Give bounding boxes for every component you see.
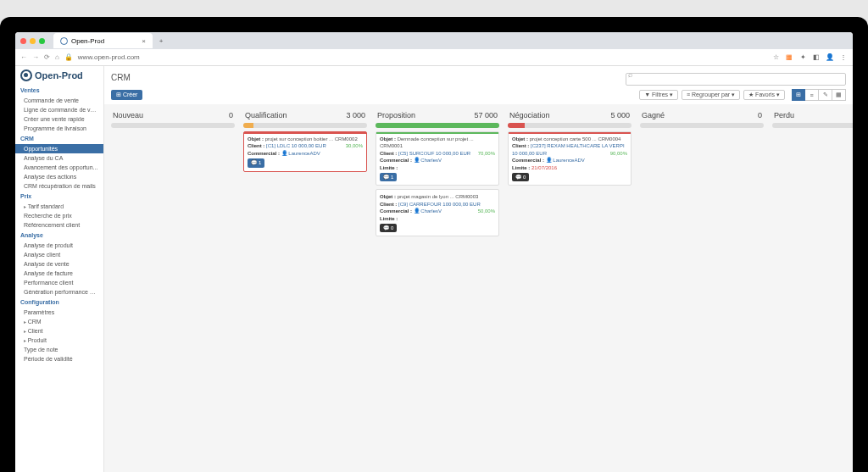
logo-icon (20, 69, 32, 81)
sidebar-item[interactable]: Analyse de vente (15, 259, 103, 269)
sidebar-item[interactable]: Tarif standard (15, 202, 103, 211)
opportunity-card[interactable]: Objet : projet magasin de lyon ... CRM00… (376, 189, 499, 236)
reload-icon[interactable]: ⟳ (44, 53, 50, 61)
screen: Open-Prod × + ← → ⟳ ⌂ 🔒 www.open-prod.co… (15, 32, 853, 472)
card-list: Objet : projet conception carte 500 ... … (504, 131, 635, 186)
column-title: Négociation (509, 111, 550, 119)
logo[interactable]: Open-Prod (15, 66, 103, 85)
tab-title: Open-Prod (71, 37, 104, 45)
kanban-column: Nouveau0 (108, 108, 238, 470)
ext-icon-2[interactable]: ◧ (812, 53, 821, 62)
star-icon[interactable]: ☆ (771, 53, 780, 62)
column-title: Nouveau (113, 111, 143, 119)
column-header: Qualification3 000 (240, 108, 370, 123)
opportunity-card[interactable]: Objet : Demnade conception sur projet ..… (376, 131, 499, 186)
column-progress-bar (243, 123, 367, 128)
favicon-icon (60, 37, 68, 45)
browser-tab[interactable]: Open-Prod × (53, 33, 153, 48)
comment-badge[interactable]: 0 (512, 173, 529, 181)
comment-badge[interactable]: 0 (380, 224, 397, 232)
sidebar-header: Configuration (15, 297, 103, 308)
kanban-column: Qualification3 000Objet : projet sur con… (240, 108, 370, 470)
column-header: Proposition57 000 (372, 108, 503, 123)
column-header: Négociation5 000 (504, 108, 635, 123)
sidebar-item[interactable]: Créer une vente rapide (15, 114, 103, 124)
menu-icon[interactable]: ⋮ (839, 53, 848, 62)
comment-badge[interactable]: 1 (248, 158, 264, 167)
sidebar-item[interactable]: Produit (15, 336, 103, 345)
kanban-column: Négociation5 000Objet : projet conceptio… (504, 108, 635, 470)
puzzle-icon[interactable]: ✦ (798, 53, 807, 62)
create-button[interactable]: ⊞ Créer (111, 90, 142, 100)
kanban-view-button[interactable]: ⊞ (792, 89, 805, 101)
extensions: ☆ ▦ ✦ ◧ 👤 ⋮ (771, 53, 848, 62)
url-text[interactable]: www.open-prod.com (78, 53, 140, 61)
sidebar-item[interactable]: Commande de vente (15, 96, 103, 105)
column-title: Gagné (642, 111, 665, 119)
form-view-button[interactable]: ✎ (819, 89, 832, 101)
filters-button[interactable]: ▼ Filtres ▾ (639, 90, 678, 100)
sidebar-item[interactable]: Paramètres (15, 308, 103, 317)
new-tab-icon[interactable]: + (159, 37, 164, 45)
sidebar-item[interactable]: Programme de livraison (15, 124, 103, 133)
sidebar-header: CRM (15, 133, 103, 144)
column-progress-bar (376, 123, 499, 128)
search-box (626, 69, 846, 86)
sidebar-item[interactable]: Recherche de prix (15, 211, 103, 220)
sidebar-item[interactable]: Analyse des actions (15, 172, 103, 181)
address-bar: ← → ⟳ ⌂ 🔒 www.open-prod.com ☆ ▦ ✦ ◧ 👤 ⋮ (15, 49, 853, 66)
column-progress-bar (508, 123, 632, 128)
sidebar-item[interactable]: Génération performance cl... (15, 287, 103, 297)
column-total: 0 (229, 111, 233, 119)
kanban-column: Perdu0 (769, 108, 853, 470)
back-icon[interactable]: ← (20, 53, 27, 61)
lock-icon: 🔒 (64, 53, 73, 61)
page-title: CRM (111, 73, 131, 82)
sidebar-item[interactable]: Avancement des opportun... (15, 163, 103, 172)
sidebar-header: Ventes (15, 85, 103, 96)
topbar: CRM ⊞ Créer ▼ Filtres ▾ ≡ Regrouper par … (104, 66, 853, 104)
home-icon[interactable]: ⌂ (55, 53, 59, 61)
column-progress-bar (772, 123, 853, 128)
sidebar-item[interactable]: Client (15, 326, 103, 336)
sidebar-item[interactable]: CRM (15, 317, 103, 326)
app-container: Open-Prod VentesCommande de venteLigne d… (15, 66, 853, 472)
sidebar-item[interactable]: Opportunités (15, 144, 103, 153)
profile-icon[interactable]: 👤 (826, 53, 834, 62)
column-header: Nouveau0 (108, 108, 238, 123)
column-total: 3 000 (346, 111, 365, 119)
column-progress-bar (111, 123, 235, 128)
sidebar-item[interactable]: Analyse de produit (15, 241, 103, 250)
view-switcher: ⊞ ≡ ✎ ▦ (792, 89, 846, 101)
card-list: Objet : projet sur conception boitier ..… (240, 131, 370, 172)
main-content: CRM ⊞ Créer ▼ Filtres ▾ ≡ Regrouper par … (104, 66, 853, 472)
sidebar-item[interactable]: Type de note (15, 345, 103, 354)
column-total: 5 000 (610, 111, 630, 119)
sidebar-item[interactable]: Période de validité (15, 354, 103, 364)
column-header: Perdu0 (769, 108, 853, 123)
close-tab-icon[interactable]: × (142, 37, 146, 45)
filter-buttons: ▼ Filtres ▾ ≡ Regrouper par ▾ ★ Favoris … (639, 90, 785, 100)
kanban-board: Nouveau0Qualification3 000Objet : projet… (104, 104, 853, 472)
opportunity-card[interactable]: Objet : projet conception carte 500 ... … (508, 131, 632, 186)
opportunity-card[interactable]: Objet : projet sur conception boitier ..… (243, 131, 367, 172)
column-total: 57 000 (474, 111, 498, 119)
forward-icon[interactable]: → (32, 53, 39, 61)
calendar-view-button[interactable]: ▦ (832, 89, 846, 101)
ext-icon[interactable]: ▦ (785, 53, 793, 62)
kanban-column: Proposition57 000Objet : Demnade concept… (372, 108, 503, 470)
group-by-button[interactable]: ≡ Regrouper par ▾ (682, 90, 740, 100)
sidebar-item[interactable]: CRM récupération de mails (15, 181, 103, 191)
search-input[interactable] (626, 73, 846, 86)
favorites-button[interactable]: ★ Favoris ▾ (743, 90, 785, 100)
sidebar-item[interactable]: Analyse du CA (15, 153, 103, 163)
sidebar-item[interactable]: Ligne de commande de ve... (15, 105, 103, 114)
comment-badge[interactable]: 1 (380, 173, 397, 181)
sidebar-item[interactable]: Analyse de facture (15, 269, 103, 278)
sidebar-item[interactable]: Analyse client (15, 250, 103, 259)
sidebar-item[interactable]: Référencement client (15, 220, 103, 230)
browser-tab-bar: Open-Prod × + (15, 32, 853, 49)
monitor-frame: Open-Prod × + ← → ⟳ ⌂ 🔒 www.open-prod.co… (0, 17, 868, 472)
sidebar-item[interactable]: Performance client (15, 278, 103, 287)
list-view-button[interactable]: ≡ (805, 89, 819, 101)
